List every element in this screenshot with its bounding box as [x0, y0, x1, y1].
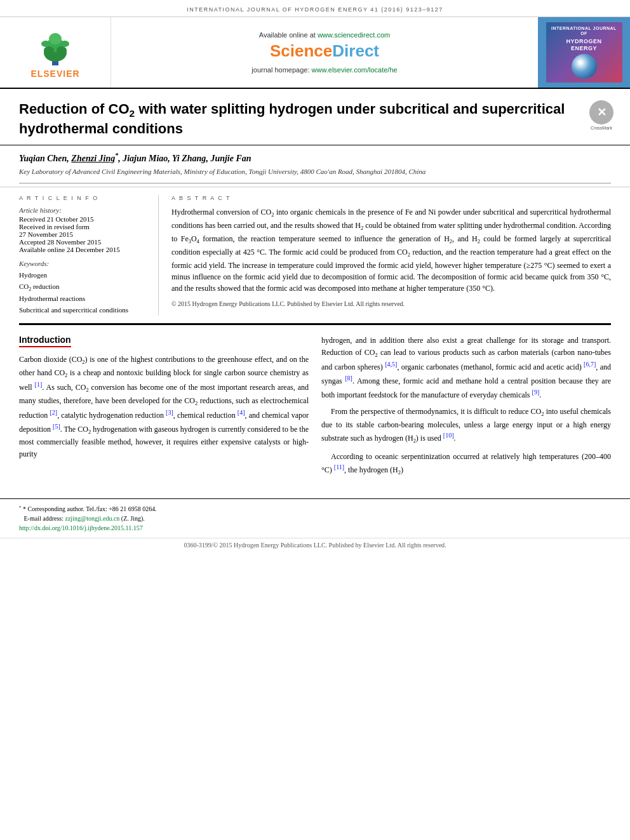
svg-point-6 — [41, 41, 50, 47]
footnote-corresponding: * * Corresponding author. Tel./fax: +86 … — [19, 504, 611, 514]
affiliation: Key Laboratory of Advanced Civil Enginee… — [19, 167, 611, 177]
crossmark-badge: ✕ CrossMark — [586, 97, 611, 123]
title-section: Reduction of CO2 with water splitting hy… — [0, 89, 630, 145]
article-info-column: A R T I C L E I N F O Article history: R… — [19, 195, 159, 316]
svg-point-3 — [49, 33, 62, 44]
footnote-section: * * Corresponding author. Tel./fax: +86 … — [0, 498, 630, 538]
journal-header-bar: INTERNATIONAL JOURNAL OF HYDROGEN ENERGY… — [0, 0, 630, 17]
journal-cover-image: International Journal of HYDROGENENERGY — [546, 22, 622, 83]
journal-title-bar: INTERNATIONAL JOURNAL OF HYDROGEN ENERGY… — [187, 6, 443, 13]
elsevier-logo: ELSEVIER — [30, 26, 81, 79]
accepted-date: Accepted 28 November 2015 — [19, 238, 149, 246]
article-info-abstract-columns: A R T I C L E I N F O Article history: R… — [0, 187, 630, 323]
abstract-heading: A B S T R A C T — [171, 195, 611, 201]
history-label: Article history: — [19, 206, 149, 214]
cover-journal-title-top: International Journal of — [550, 26, 619, 37]
cover-journal-title-main: HYDROGENENERGY — [566, 38, 601, 52]
article-info-heading: A R T I C L E I N F O — [19, 195, 149, 201]
article-title: Reduction of CO2 with water splitting hy… — [19, 100, 579, 138]
crossmark-label: CrossMark — [591, 126, 612, 130]
footnote-email: E-mail address: zzjing@tongji.edu.cn (Z.… — [19, 514, 611, 523]
journal-cover-area: International Journal of HYDROGENENERGY — [538, 17, 630, 88]
keyword-hydrogen: Hydrogen — [19, 270, 149, 281]
abstract-text: Hydrothermal conversion of CO2 into orga… — [171, 206, 611, 309]
introduction-text-right: hydrogen, and in addition there also exi… — [321, 335, 611, 477]
email-link[interactable]: zzjing@tongji.edu.cn — [65, 515, 119, 522]
keyword-co2: CO2 reduction — [19, 281, 149, 294]
keywords-label: Keywords: — [19, 260, 149, 267]
svg-point-4 — [44, 46, 54, 54]
elsevier-wordmark: ELSEVIER — [30, 69, 79, 79]
journal-homepage-line: journal homepage: www.elsevier.com/locat… — [251, 66, 397, 74]
doi-link[interactable]: http://dx.doi.org/10.1016/j.ijhydene.201… — [19, 524, 143, 531]
received-date: Received 21 October 2015 — [19, 215, 149, 223]
sciencedirect-brand: ScienceDirect — [270, 41, 379, 61]
revised-date: Received in revised form27 November 2015 — [19, 223, 149, 238]
elsevier-logo-area: ELSEVIER — [0, 17, 111, 88]
svg-point-7 — [60, 41, 69, 47]
authors-section: Yuqian Chen, Zhenzi Jing*, Jiajun Miao, … — [0, 145, 630, 180]
abstract-column: A B S T R A C T Hydrothermal conversion … — [171, 195, 611, 316]
keyword-hydrothermal: Hydrothermal reactions — [19, 293, 149, 305]
cover-globe-icon — [572, 54, 597, 79]
svg-point-5 — [57, 46, 67, 54]
introduction-heading: Introduction — [19, 335, 71, 347]
header-area: ELSEVIER Available online at www.science… — [0, 17, 630, 89]
body-left-column: Introduction Carbon dioxide (CO2) is one… — [19, 335, 309, 482]
issn-line: 0360-3199/© 2015 Hydrogen Energy Publica… — [0, 538, 630, 552]
sciencedirect-url[interactable]: www.sciencedirect.com — [318, 31, 390, 39]
copyright-line: © 2015 Hydrogen Energy Publications LLC.… — [171, 299, 611, 309]
footnote-doi: http://dx.doi.org/10.1016/j.ijhydene.201… — [19, 523, 611, 533]
elsevier-tree-icon — [30, 26, 81, 67]
available-online-date: Available online 24 December 2015 — [19, 246, 149, 253]
keyword-subcritical: Subcritical and supercritical conditions — [19, 305, 149, 316]
journal-homepage-url[interactable]: www.elsevier.com/locate/he — [312, 66, 398, 74]
authors-list: Yuqian Chen, Zhenzi Jing*, Jiajun Miao, … — [19, 152, 611, 164]
body-right-column: hydrogen, and in addition there also exi… — [321, 335, 611, 482]
body-section: Introduction Carbon dioxide (CO2) is one… — [0, 325, 630, 491]
introduction-text-left: Carbon dioxide (CO2) is one of the highe… — [19, 354, 309, 460]
available-online-text: Available online at www.sciencedirect.co… — [259, 31, 390, 39]
sciencedirect-area: Available online at www.sciencedirect.co… — [111, 17, 538, 88]
